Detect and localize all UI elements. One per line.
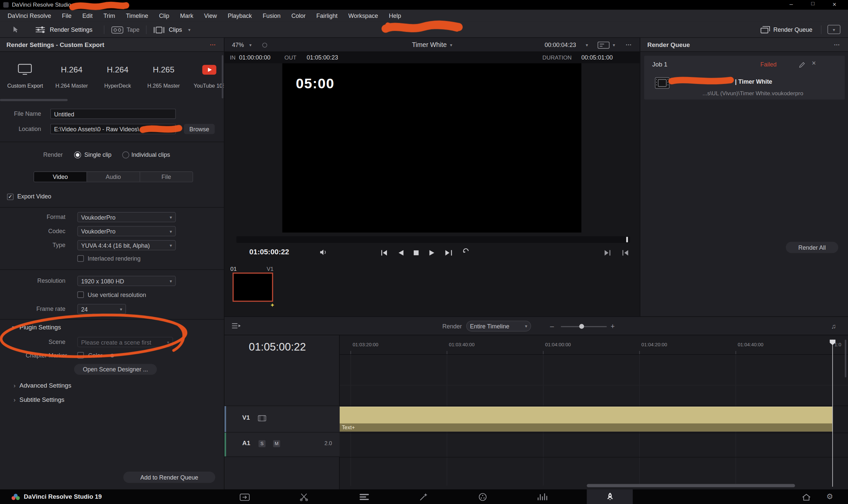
scene-dropdown[interactable]: Please create a scene first▾ bbox=[77, 337, 173, 347]
menu-help[interactable]: Help bbox=[383, 10, 407, 21]
menu-trim[interactable]: Trim bbox=[98, 10, 120, 21]
format-dropdown[interactable]: VoukoderPro▾ bbox=[77, 212, 176, 222]
viewer-options-icon[interactable]: ··· bbox=[626, 38, 632, 52]
tape-toggle[interactable]: Tape bbox=[127, 21, 140, 38]
advanced-settings-section[interactable]: Advanced Settings bbox=[19, 381, 71, 391]
loop-button[interactable] bbox=[462, 249, 469, 256]
preset-hyperdeck[interactable]: H.264 HyperDeck bbox=[95, 53, 141, 95]
render-job-card[interactable]: Job 1 Failed × | Timer White ...s\UL (Vi… bbox=[644, 56, 845, 99]
render-all-button[interactable]: Render All bbox=[786, 242, 838, 253]
panel-options-icon[interactable]: ··· bbox=[210, 38, 216, 52]
zoom-in-button[interactable]: + bbox=[611, 317, 614, 336]
menu-fusion[interactable]: Fusion bbox=[257, 10, 286, 21]
preset-scrollbar[interactable] bbox=[0, 99, 68, 101]
menu-edit[interactable]: Edit bbox=[77, 10, 98, 21]
zoom-out-button[interactable]: – bbox=[550, 317, 554, 336]
vertical-resolution-checkbox[interactable] bbox=[77, 291, 84, 298]
render-queue-toggle[interactable]: Render Queue bbox=[773, 21, 812, 38]
skip-to-end-button[interactable] bbox=[445, 250, 452, 256]
play-from-in-button[interactable] bbox=[622, 250, 628, 256]
timeline-vscrollbar[interactable] bbox=[845, 340, 846, 377]
track-header-a1[interactable]: A1 S M 2.0 bbox=[224, 433, 340, 457]
file-name-input[interactable]: Untitled bbox=[50, 109, 176, 119]
menu-file[interactable]: File bbox=[57, 10, 77, 21]
menu-view[interactable]: View bbox=[199, 10, 222, 21]
menu-fairlight[interactable]: Fairlight bbox=[311, 10, 343, 21]
zoom-slider-thumb[interactable] bbox=[579, 324, 584, 329]
menu-clip[interactable]: Clip bbox=[154, 10, 175, 21]
render-job-list-icon[interactable] bbox=[232, 322, 241, 329]
panel-toggle-button[interactable]: ▾ bbox=[828, 25, 841, 34]
menu-color[interactable]: Color bbox=[286, 10, 311, 21]
play-button[interactable] bbox=[429, 250, 436, 256]
tab-video[interactable]: Video bbox=[34, 172, 87, 182]
menu-davinci-resolve[interactable]: DaVinci Resolve bbox=[2, 10, 57, 21]
cut-page-button[interactable] bbox=[299, 493, 309, 501]
chapter-marker-checkbox[interactable] bbox=[77, 352, 84, 359]
render-settings-toggle[interactable]: Render Settings bbox=[50, 21, 92, 38]
vertical-resolution-label[interactable]: Use vertical resolution bbox=[88, 290, 146, 300]
menu-mark[interactable]: Mark bbox=[175, 10, 199, 21]
codec-dropdown[interactable]: VoukoderPro▾ bbox=[77, 226, 176, 236]
mute-button[interactable]: M bbox=[273, 440, 280, 447]
zoom-level-dropdown[interactable]: 47% bbox=[232, 38, 244, 52]
color-page-button[interactable] bbox=[477, 493, 488, 501]
plugin-settings-section[interactable]: Plugin Settings bbox=[19, 322, 61, 333]
export-video-label[interactable]: Export Video bbox=[17, 192, 51, 202]
interlaced-checkbox[interactable] bbox=[77, 255, 84, 262]
fusion-page-button[interactable] bbox=[419, 493, 429, 501]
stop-button[interactable] bbox=[414, 250, 419, 255]
close-button[interactable]: × bbox=[825, 1, 844, 8]
menu-playback[interactable]: Playback bbox=[222, 10, 257, 21]
scrub-playhead[interactable] bbox=[627, 237, 628, 242]
resolution-dropdown[interactable]: 1920 x 1080 HD▾ bbox=[77, 276, 176, 286]
preset-youtube[interactable]: YouTube 108 bbox=[186, 53, 224, 95]
resolution-badge-icon[interactable] bbox=[598, 42, 610, 49]
timeline-title-dropdown[interactable]: Timer White bbox=[412, 41, 447, 49]
menu-workspace[interactable]: Workspace bbox=[343, 10, 383, 21]
location-input[interactable]: E:\Video Assets\0 - Raw Videos\ bbox=[50, 124, 176, 134]
individual-clips-radio[interactable] bbox=[122, 151, 129, 158]
timeline-timecode[interactable]: 01:05:00:22 bbox=[249, 341, 306, 353]
browse-button[interactable]: Browse bbox=[184, 124, 215, 134]
edit-job-icon[interactable] bbox=[799, 61, 805, 68]
skip-to-start-button[interactable] bbox=[380, 250, 387, 256]
home-icon[interactable] bbox=[801, 493, 812, 501]
speaker-icon[interactable] bbox=[320, 249, 328, 255]
menu-timeline[interactable]: Timeline bbox=[120, 10, 154, 21]
deliver-page-button-active[interactable] bbox=[587, 489, 633, 504]
play-reverse-button[interactable] bbox=[398, 250, 404, 256]
preset-custom-export[interactable]: Custom Export bbox=[2, 53, 48, 95]
interlaced-label[interactable]: Interlaced rendering bbox=[88, 254, 141, 264]
chevron-down-icon[interactable]: ▾ bbox=[586, 38, 588, 52]
frame-rate-dropdown[interactable]: 24▾ bbox=[77, 304, 126, 314]
preset-h265-master[interactable]: H.265 H.265 Master bbox=[141, 53, 186, 95]
tab-audio[interactable]: Audio bbox=[87, 172, 140, 182]
tab-file[interactable]: File bbox=[140, 172, 193, 182]
single-clip-label[interactable]: Single clip bbox=[84, 150, 111, 160]
viewer-scrub-bar[interactable] bbox=[236, 236, 630, 243]
panel-scrollbar[interactable] bbox=[221, 55, 223, 98]
clips-toggle[interactable]: Clips bbox=[169, 21, 182, 38]
maximize-button[interactable]: □ bbox=[804, 1, 822, 6]
chevron-collapsed-icon[interactable]: › bbox=[14, 381, 16, 391]
chevron-down-icon[interactable]: ▾ bbox=[613, 38, 615, 52]
queue-options-icon[interactable]: ··· bbox=[834, 38, 840, 52]
timeline-ruler[interactable] bbox=[340, 340, 848, 354]
preset-h264-master[interactable]: H.264 H.264 Master bbox=[49, 53, 95, 95]
chevron-expanded-icon[interactable]: ▾ bbox=[12, 322, 14, 333]
timeline-hscrollbar[interactable] bbox=[587, 484, 795, 487]
track-header-v1[interactable]: V1 bbox=[224, 406, 340, 433]
remove-job-icon[interactable]: × bbox=[812, 58, 816, 69]
chapter-color-swatch[interactable] bbox=[110, 354, 114, 357]
single-clip-radio[interactable] bbox=[74, 151, 81, 158]
minimize-button[interactable]: – bbox=[782, 1, 800, 7]
render-range-dropdown[interactable]: Entire Timeline▾ bbox=[466, 321, 531, 332]
play-to-out-button[interactable] bbox=[604, 250, 611, 256]
individual-clips-label[interactable]: Individual clips bbox=[131, 150, 170, 160]
pointer-icon[interactable] bbox=[12, 26, 19, 33]
export-video-checkbox[interactable]: ✓ bbox=[7, 194, 14, 200]
add-to-render-queue-button[interactable]: Add to Render Queue bbox=[123, 472, 215, 483]
audio-waveform-icon[interactable]: ♫ bbox=[831, 317, 836, 336]
edit-page-button[interactable] bbox=[359, 493, 369, 501]
